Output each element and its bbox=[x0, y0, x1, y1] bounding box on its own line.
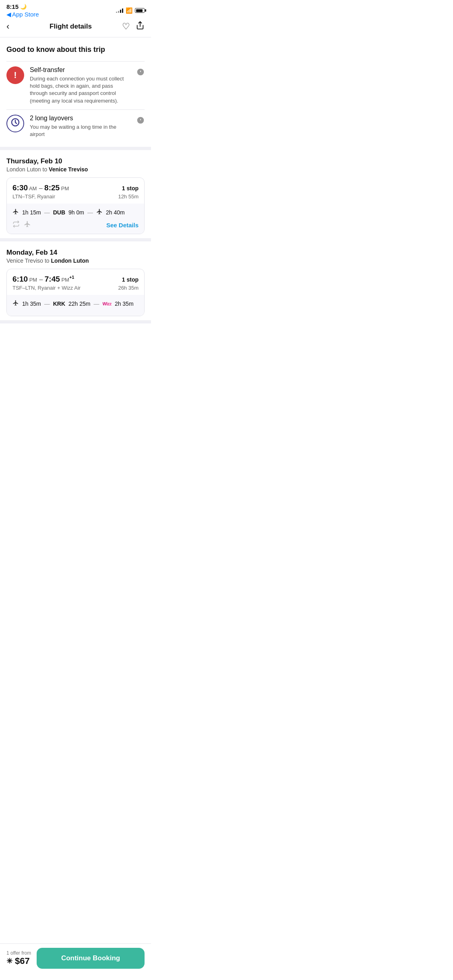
inbound-arrive-time: 7:45 bbox=[45, 275, 60, 283]
inbound-from: Venice Treviso bbox=[6, 257, 43, 264]
outbound-plane2-icon bbox=[96, 208, 103, 216]
outbound-stops: 1 stop bbox=[122, 185, 139, 191]
inbound-to: London Luton bbox=[51, 257, 89, 264]
outbound-airline: LTN–TSF, Ryanair bbox=[12, 194, 55, 200]
layovers-desc: You may be waiting a long time in the ai… bbox=[30, 124, 131, 138]
route-arrow: to bbox=[43, 166, 49, 173]
page-title: Flight details bbox=[19, 23, 122, 31]
inbound-layover-airport: KRK bbox=[53, 301, 65, 307]
inbound-leg1-time: 1h 35m bbox=[22, 301, 41, 307]
nav-bar: ‹ Flight details ♡ bbox=[0, 18, 151, 37]
outbound-layover-airport: DUB bbox=[53, 209, 65, 216]
outbound-sep1: — bbox=[44, 209, 50, 216]
signal-bar-1 bbox=[116, 12, 117, 13]
inbound-sep1: — bbox=[44, 301, 50, 307]
good-to-know-title: Good to know about this trip bbox=[6, 45, 145, 54]
inbound-info-row: TSF–LTN, Ryanair + Wizz Air 26h 35m bbox=[12, 285, 139, 291]
signal-bar-3 bbox=[120, 10, 121, 13]
inbound-plus1: +1 bbox=[69, 275, 74, 280]
outbound-duration: 12h 55m bbox=[118, 194, 139, 200]
inbound-time-row: 6:10 PM – 7:45 PM+1 1 stop bbox=[12, 275, 139, 284]
outbound-layover-row: 1h 15m — DUB 9h 0m — 2h 40m bbox=[12, 208, 139, 216]
status-bar: 8:15 🌙 ◀ App Store 📶 bbox=[0, 0, 151, 18]
layovers-title: 2 long layovers bbox=[30, 115, 131, 122]
self-transfer-icon: ! bbox=[6, 66, 24, 84]
nav-actions: ♡ bbox=[122, 21, 145, 32]
inbound-card-bottom: 1h 35m — KRK 22h 25m — Wizz 2h 35m bbox=[7, 295, 144, 316]
transfer-icon bbox=[12, 220, 20, 230]
outbound-leg2-time: 2h 40m bbox=[106, 209, 125, 216]
outbound-sep2: — bbox=[87, 209, 93, 216]
outbound-card-top: 6:30 AM – 8:25 PM 1 stop LTN–TSF, Ryanai… bbox=[7, 178, 144, 204]
long-layovers-item: 2 long layovers You may be waiting a lon… bbox=[6, 109, 145, 143]
back-button[interactable]: ‹ bbox=[6, 21, 19, 32]
favorite-button[interactable]: ♡ bbox=[122, 21, 130, 32]
inbound-plane1-icon bbox=[12, 300, 19, 308]
self-transfer-item: ! Self-transfer During each connection y… bbox=[6, 61, 145, 109]
outbound-layover-dur: 9h 0m bbox=[68, 209, 84, 216]
moon-icon: 🌙 bbox=[20, 4, 27, 10]
signal-icon bbox=[116, 8, 123, 13]
inbound-leg2-time: 2h 35m bbox=[115, 301, 134, 307]
inbound-date: Monday, Feb 14 bbox=[6, 249, 145, 257]
layovers-info-button[interactable] bbox=[137, 116, 145, 126]
inbound-flight-card: 6:10 PM – 7:45 PM+1 1 stop TSF–LTN, Ryan… bbox=[6, 269, 145, 316]
share-button[interactable] bbox=[136, 21, 145, 32]
outbound-from: London Luton bbox=[6, 166, 41, 173]
outbound-leg1-time: 1h 15m bbox=[22, 209, 41, 216]
layover-icon-circle bbox=[6, 115, 24, 132]
outbound-times: 6:30 AM – 8:25 PM bbox=[12, 183, 69, 192]
outbound-action-icons bbox=[12, 220, 31, 230]
inbound-time-dash: – bbox=[39, 276, 44, 283]
outbound-card-bottom: 1h 15m — DUB 9h 0m — 2h 40m bbox=[7, 204, 144, 234]
inbound-route-arrow: to bbox=[45, 257, 51, 264]
exclamation-icon: ! bbox=[14, 71, 17, 80]
signal-bar-2 bbox=[118, 11, 119, 13]
outbound-route: London Luton to Venice Treviso bbox=[6, 166, 145, 173]
outbound-arrive-time: 8:25 bbox=[44, 183, 60, 192]
outbound-to: Venice Treviso bbox=[49, 166, 88, 173]
back-chevron: ◀ bbox=[6, 11, 11, 18]
battery-fill bbox=[136, 9, 143, 12]
layovers-content: 2 long layovers You may be waiting a lon… bbox=[30, 115, 131, 138]
outbound-section: Thursday, Feb 10 London Luton to Venice … bbox=[0, 150, 151, 241]
outbound-flight-card: 6:30 AM – 8:25 PM 1 stop LTN–TSF, Ryanai… bbox=[6, 177, 145, 234]
inbound-layover-row: 1h 35m — KRK 22h 25m — Wizz 2h 35m bbox=[12, 300, 139, 308]
inbound-card-top: 6:10 PM – 7:45 PM+1 1 stop TSF–LTN, Ryan… bbox=[7, 269, 144, 295]
inbound-depart-ampm: PM bbox=[28, 277, 37, 283]
app-store-label: App Store bbox=[12, 11, 39, 18]
outbound-card-actions: See Details bbox=[12, 220, 139, 230]
battery-icon bbox=[135, 8, 145, 13]
flight-icon bbox=[24, 220, 31, 230]
inbound-arrive-ampm: PM bbox=[60, 277, 69, 283]
time-label: 8:15 bbox=[6, 3, 19, 10]
outbound-date: Thursday, Feb 10 bbox=[6, 157, 145, 165]
inbound-section: Monday, Feb 14 Venice Treviso to London … bbox=[0, 241, 151, 323]
inbound-airline: TSF–LTN, Ryanair + Wizz Air bbox=[12, 285, 81, 291]
app-store-back[interactable]: ◀ App Store bbox=[6, 11, 39, 18]
status-right: 📶 bbox=[116, 7, 145, 14]
inbound-depart-time: 6:10 bbox=[12, 275, 28, 283]
self-transfer-content: Self-transfer During each connection you… bbox=[30, 66, 131, 105]
inbound-layover-dur: 22h 25m bbox=[68, 301, 90, 307]
wifi-icon: 📶 bbox=[126, 7, 132, 14]
self-transfer-desc: During each connection you must collect … bbox=[30, 75, 131, 105]
outbound-depart-ampm: AM bbox=[28, 185, 37, 191]
outbound-depart-time: 6:30 bbox=[12, 183, 28, 192]
inbound-sep2: — bbox=[94, 301, 99, 307]
status-left: 8:15 🌙 ◀ App Store bbox=[6, 3, 39, 18]
self-transfer-info-button[interactable] bbox=[137, 68, 145, 78]
time-dash: – bbox=[39, 185, 44, 191]
outbound-arrive-ampm: PM bbox=[60, 185, 69, 191]
outbound-see-details[interactable]: See Details bbox=[106, 222, 139, 229]
clock-icon bbox=[10, 117, 20, 129]
inbound-stops: 1 stop bbox=[122, 276, 139, 283]
self-transfer-title: Self-transfer bbox=[30, 66, 131, 74]
good-to-know-section: Good to know about this trip ! Self-tran… bbox=[0, 37, 151, 150]
inbound-duration: 26h 35m bbox=[118, 285, 139, 291]
outbound-info-row: LTN–TSF, Ryanair 12h 55m bbox=[12, 194, 139, 200]
status-time: 8:15 🌙 bbox=[6, 3, 39, 10]
inbound-route: Venice Treviso to London Luton bbox=[6, 257, 145, 264]
outbound-time-row: 6:30 AM – 8:25 PM 1 stop bbox=[12, 183, 139, 192]
outbound-plane1-icon bbox=[12, 208, 19, 216]
